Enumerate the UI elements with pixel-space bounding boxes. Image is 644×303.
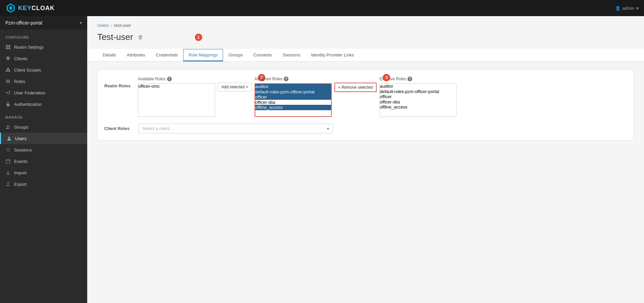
content-area: Users › test-user Test-user 🗑 1 Details … — [87, 16, 644, 303]
tab-identity-provider-links[interactable]: Identity Provider Links — [306, 49, 359, 61]
tabs: Details Attributes Credentials Role Mapp… — [87, 49, 644, 61]
effective-role-default-roles: default-roles-pzm-officer-portal — [380, 89, 456, 94]
available-roles-column: Available Roles ? officer-omc — [138, 77, 215, 117]
svg-rect-22 — [7, 104, 10, 106]
roles-columns-wrapper: Available Roles ? officer-omc Add select… — [138, 77, 457, 117]
list-icon — [5, 79, 11, 84]
assigned-role-default-roles[interactable]: default-roles-pzm-officer-portal — [255, 89, 331, 95]
tab-consents[interactable]: Consents — [248, 49, 277, 61]
cubes-icon — [5, 67, 11, 73]
sidebar-item-roles-label: Roles — [14, 79, 25, 84]
svg-rect-11 — [6, 70, 8, 72]
svg-rect-14 — [6, 80, 10, 81]
tab-details[interactable]: Details — [97, 49, 121, 61]
assigned-roles-label: Assigned Roles ? — [255, 77, 332, 81]
svg-rect-32 — [6, 185, 10, 186]
effective-role-officer-diia: officer-diia — [380, 99, 456, 105]
sidebar-item-events-label: Events — [14, 159, 28, 164]
client-select[interactable]: Select a client... — [139, 124, 333, 133]
user-icon — [6, 136, 12, 141]
available-role-officer-omc[interactable]: officer-omc — [138, 84, 215, 89]
main-layout: Pzm-officer-portal ▾ Configure Realm Set… — [0, 16, 644, 303]
effective-roles-column: Effective Roles ? auditor default-roles-… — [379, 77, 457, 117]
calendar-icon — [5, 159, 11, 164]
topbar: KEYCLOAK 👤 admin ▾ — [0, 0, 644, 16]
sidebar-item-authentication-label: Authentication — [14, 102, 42, 107]
assigned-roles-help-icon[interactable]: ? — [284, 77, 288, 81]
sidebar-item-users[interactable]: Users — [0, 133, 87, 144]
users-icon — [5, 124, 11, 130]
sidebar-item-user-federation[interactable]: User Federation — [0, 87, 87, 98]
svg-line-20 — [7, 92, 9, 92]
grid-icon — [5, 44, 11, 50]
lock-icon — [5, 101, 11, 107]
effective-role-officer: officer — [380, 94, 456, 99]
tab-sessions[interactable]: Sessions — [277, 49, 306, 61]
available-roles-label: Available Roles ? — [138, 77, 215, 81]
plug-icon — [5, 56, 11, 61]
sidebar-item-clients-label: Clients — [14, 56, 28, 61]
realm-selector[interactable]: Pzm-officer-portal ▾ — [0, 16, 87, 30]
sidebar-item-user-federation-label: User Federation — [14, 90, 45, 95]
user-menu[interactable]: 👤 admin ▾ — [615, 6, 639, 11]
sidebar-item-client-scopes[interactable]: Client Scopes — [0, 64, 87, 76]
svg-point-24 — [8, 126, 10, 127]
available-roles-listbox[interactable]: officer-omc — [138, 83, 215, 117]
tab-groups[interactable]: Groups — [223, 49, 248, 61]
breadcrumb-current: test-user — [114, 23, 131, 28]
realm-roles-section: Realm Roles Available Roles ? officer-om… — [104, 77, 627, 117]
effective-role-auditor: auditor — [380, 84, 456, 89]
sidebar: Pzm-officer-portal ▾ Configure Realm Set… — [0, 16, 87, 303]
role-mappings-panel: Realm Roles Available Roles ? officer-om… — [97, 70, 634, 140]
assigned-role-auditor[interactable]: auditor — [255, 84, 331, 89]
tab-role-mappings[interactable]: Role Mappings — [183, 49, 223, 61]
logo: KEYCLOAK — [5, 3, 55, 13]
svg-rect-10 — [7, 59, 9, 60]
circle-icon — [5, 147, 11, 153]
user-label: admin — [623, 6, 634, 11]
svg-rect-3 — [6, 45, 8, 47]
trash-icon: 🗑 — [138, 34, 143, 40]
sidebar-item-import[interactable]: Import — [0, 167, 87, 178]
svg-rect-4 — [8, 45, 10, 47]
assigned-role-officer-diia[interactable]: officer-diia — [255, 100, 331, 105]
svg-rect-9 — [6, 57, 10, 59]
svg-rect-31 — [6, 174, 10, 175]
manage-label: Manage — [0, 110, 87, 121]
sidebar-item-export[interactable]: Export — [0, 178, 87, 190]
page-title-row: Test-user 🗑 1 — [97, 32, 634, 42]
sidebar-item-authentication[interactable]: Authentication — [0, 98, 87, 110]
svg-point-25 — [8, 137, 10, 138]
assigned-role-offline-access[interactable]: offline_access — [255, 105, 331, 110]
sidebar-item-import-label: Import — [14, 170, 26, 175]
svg-point-17 — [9, 91, 10, 92]
svg-point-26 — [7, 148, 10, 152]
breadcrumb: Users › test-user — [97, 23, 634, 28]
effective-role-offline-access: offline_access — [380, 104, 456, 110]
assigned-roles-listbox[interactable]: auditor default-roles-pzm-officer-portal… — [255, 83, 332, 117]
assigned-roles-column: Assigned Roles ? auditor default-roles-p… — [255, 77, 332, 117]
effective-roles-listbox[interactable]: auditor default-roles-pzm-officer-portal… — [379, 83, 457, 117]
available-roles-help-icon[interactable]: ? — [167, 77, 172, 81]
client-select-wrapper: Select a client... — [139, 124, 333, 133]
tab-attributes[interactable]: Attributes — [121, 49, 151, 61]
sidebar-item-sessions[interactable]: Sessions — [0, 144, 87, 156]
add-selected-button[interactable]: Add selected > — [218, 83, 252, 91]
client-roles-label: Client Roles — [104, 126, 135, 131]
breadcrumb-parent[interactable]: Users — [97, 23, 109, 28]
sidebar-item-realm-settings[interactable]: Realm Settings — [0, 41, 87, 53]
sidebar-item-clients[interactable]: Clients — [0, 53, 87, 64]
effective-roles-help-icon[interactable]: ? — [408, 77, 412, 81]
assigned-role-officer[interactable]: officer — [255, 94, 331, 100]
svg-rect-6 — [8, 47, 10, 49]
sidebar-item-roles[interactable]: Roles — [0, 76, 87, 87]
svg-rect-5 — [6, 47, 8, 49]
delete-user-button[interactable]: 🗑 — [137, 33, 145, 42]
sidebar-item-sessions-label: Sessions — [14, 147, 32, 153]
sidebar-item-groups[interactable]: Groups — [0, 121, 87, 133]
realm-roles-label: Realm Roles — [104, 77, 138, 88]
upload-icon — [5, 181, 11, 187]
remove-selected-button[interactable]: « Remove selected — [334, 83, 377, 92]
sidebar-item-events[interactable]: Events — [0, 156, 87, 167]
tab-credentials[interactable]: Credentials — [151, 49, 183, 61]
